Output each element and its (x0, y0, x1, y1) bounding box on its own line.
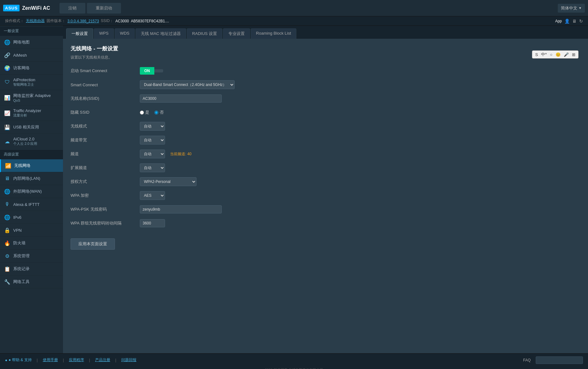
channel-label: 频道 (71, 151, 140, 157)
footer-search-input[interactable] (536, 356, 583, 364)
tab-wds[interactable]: WDS (115, 28, 135, 39)
footer-register-link[interactable]: 产品注册 (95, 357, 110, 363)
refresh-icon[interactable]: ↻ (579, 19, 583, 24)
auth-method-row: 授权方式 WPA2-Personal (71, 177, 580, 187)
ime-grid-button[interactable]: ⊞ (571, 52, 576, 57)
wpa-encrypt-row: WPA 加密 AES (71, 190, 580, 201)
app-label: App (555, 19, 562, 23)
sidebar-item-ipv6[interactable]: 🌐 IPv6 (0, 211, 63, 224)
asus-logo: ASUS (3, 5, 20, 11)
hide-ssid-yes-radio[interactable] (140, 111, 144, 115)
hide-ssid-no[interactable]: 否 (154, 110, 164, 115)
adaptive-qos-labels: 网络监控家 Adaptive QoS (13, 93, 51, 102)
auth-method-select[interactable]: WPA2-Personal (140, 177, 197, 186)
traffic-analyzer-icon: 📈 (4, 110, 11, 116)
sidebar-item-syslog[interactable]: 📋 系统记录 (0, 263, 63, 275)
lang-select[interactable]: 简体中文 ▼ (558, 4, 585, 13)
footer-manual-link[interactable]: 使用手册 (43, 357, 58, 363)
ext-channel-select[interactable]: 自动 (140, 163, 165, 172)
aicloud-labels: AiCloud 2.0 个人云 2.0 应用 (13, 137, 37, 146)
wireless-mode-label: 无线模式 (71, 123, 140, 129)
tab-professional[interactable]: 专业设置 (223, 28, 250, 39)
channel-select[interactable]: 自动 (140, 150, 165, 158)
sidebar-item-aicloud[interactable]: ☁ AiCloud 2.0 个人云 2.0 应用 (0, 134, 63, 149)
wpa-psk-input[interactable] (140, 205, 222, 213)
aiprotection-label: AiProtection (13, 77, 35, 82)
sidebar-item-alexa[interactable]: 🎙 Alexa & IFTTT (0, 198, 63, 211)
sidebar-advanced-section: 高级设置 (0, 149, 63, 159)
register-button[interactable]: 注销 (60, 3, 85, 14)
ime-emoji-button[interactable]: 😊 (555, 52, 562, 57)
ime-zh-button[interactable]: 中* (540, 51, 548, 58)
hide-ssid-label: 隐藏 SSID (71, 110, 140, 115)
adaptive-qos-label: 网络监控家 Adaptive (13, 93, 51, 99)
ime-s-button[interactable]: S (534, 52, 539, 57)
smart-connect-label: Smart Connect (71, 82, 140, 87)
ext-channel-control: 自动 (140, 163, 297, 172)
wpa-interval-input[interactable] (140, 219, 165, 227)
user-icon[interactable]: 👤 (564, 19, 570, 24)
ssid-input[interactable] (140, 94, 222, 103)
hide-ssid-no-radio[interactable] (154, 111, 158, 115)
sidebar-item-firewall[interactable]: 🔥 防火墙 (0, 237, 63, 250)
wpa-encrypt-select[interactable]: AES (140, 191, 165, 200)
ext-channel-label: 扩展频道 (71, 165, 140, 171)
firmware-value[interactable]: 3.0.0.4.386_21573 (67, 19, 99, 23)
mode-label: 操作模式： (5, 18, 24, 24)
traffic-analyzer-label: Traffic Analyzer (13, 108, 41, 113)
tab-wps[interactable]: WPS (94, 28, 114, 39)
guest-network-icon: 🌍 (4, 65, 11, 71)
mode-value[interactable]: 无线路由器 (26, 18, 45, 24)
sidebar-item-aimesh[interactable]: 🔗 AiMesh (0, 49, 63, 62)
wpa-psk-control (140, 205, 297, 213)
lang-label: 简体中文 (561, 5, 577, 11)
sidebar-item-wireless[interactable]: 📶 无线网络 (0, 159, 63, 172)
sidebar-item-wan[interactable]: 🌐 外部网络(WAN) (0, 185, 63, 198)
monitor-icon[interactable]: 🖥 (572, 19, 577, 24)
auth-method-control: WPA2-Personal (140, 177, 297, 186)
sidebar-item-adaptive-qos[interactable]: 📊 网络监控家 Adaptive QoS (0, 90, 63, 105)
sidebar-item-system[interactable]: ⚙ 系统管理 (0, 250, 63, 263)
footer-help[interactable]: ● ● 帮助 & 支持 (5, 357, 32, 363)
tab-general[interactable]: 一般设置 (66, 28, 93, 39)
footer: ● ● 帮助 & 支持 | 使用手册 | 应用程序 | 产品注册 | 问题回报 … (0, 353, 588, 366)
toggle-on-button[interactable]: ON (140, 67, 154, 75)
tab-mac-filter[interactable]: 无线 MAC 地址过滤器 (135, 28, 186, 39)
tab-radius[interactable]: RADIUS 设置 (187, 28, 222, 39)
toggle-off-button[interactable] (154, 69, 163, 72)
bandwidth-label: 频道带宽 (71, 137, 140, 143)
hide-ssid-yes[interactable]: 是 (140, 110, 149, 115)
ime-mic-button[interactable]: 🎤 (563, 52, 570, 57)
sidebar-basic-section: 一般设置 (0, 26, 63, 36)
copyright: 2020 版权属于 华硕电脑股份有限公司 (0, 366, 588, 369)
sidebar-item-traffic-analyzer[interactable]: 📈 Traffic Analyzer 流量分析 (0, 105, 63, 121)
wireless-mode-select[interactable]: 自动 (140, 122, 165, 131)
apply-button[interactable]: 应用本页面设置 (71, 238, 115, 250)
sidebar-item-network-map[interactable]: 🌐 网络地图 (0, 36, 63, 49)
sidebar-item-usb-apps[interactable]: 💾 USB 相关应用 (0, 121, 63, 134)
smart-connect-toggle-label: 启动 Smart Connect (71, 68, 140, 74)
sidebar-item-label: 系统记录 (13, 266, 30, 272)
sidebar-item-label: Alexa & IFTTT (13, 202, 40, 207)
logo-area: ASUS ZenWiFi AC (3, 5, 50, 11)
sidebar-item-tools[interactable]: 🔧 网络工具 (0, 275, 63, 288)
sidebar-item-vpn[interactable]: 🔒 VPN (0, 224, 63, 237)
aiprotection-labels: AiProtection 智能网络卫士 (13, 77, 35, 87)
sidebar-item-aiprotection[interactable]: 🛡 AiProtection 智能网络卫士 (0, 75, 63, 90)
sidebar-item-guest-network[interactable]: 🌍 访客网络 (0, 62, 63, 75)
restart-button[interactable]: 重新启动 (87, 3, 121, 14)
wireless-mode-row: 无线模式 自动 (71, 121, 580, 131)
wireless-icon: 📶 (5, 162, 12, 169)
tools-icon: 🔧 (4, 278, 11, 285)
lang-arrow-icon: ▼ (579, 6, 582, 10)
sidebar-item-label: 防火墙 (13, 240, 26, 246)
footer-feedback-link[interactable]: 问题回报 (121, 357, 136, 363)
hide-ssid-row: 隐藏 SSID 是 否 (71, 107, 580, 117)
ime-circle-button[interactable]: ○ (549, 52, 553, 57)
tab-roaming-block[interactable]: Roaming Block List (251, 28, 296, 39)
smart-connect-select[interactable]: Dual-Band Smart Connect（2.4GHz and 5GHz） (140, 80, 235, 89)
footer-apps-link[interactable]: 应用程序 (69, 357, 84, 363)
bandwidth-select[interactable]: 自动 (140, 136, 165, 145)
sidebar-item-lan[interactable]: 🖥 内部网络(LAN) (0, 172, 63, 185)
smart-connect-toggle-row: 启动 Smart Connect ON (71, 66, 580, 76)
